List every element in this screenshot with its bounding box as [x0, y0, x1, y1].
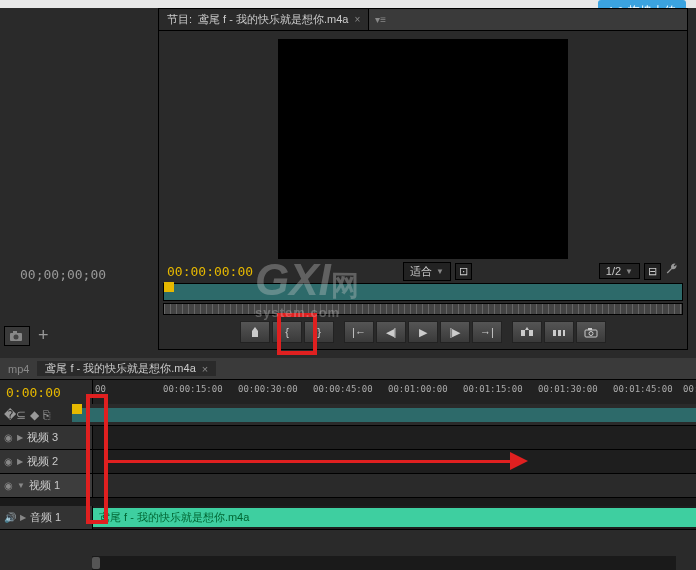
video-preview[interactable] [278, 39, 568, 259]
source-panel: 00;00;00;00 + [0, 8, 158, 350]
program-tab-bar: 节目: 鸢尾 f - 我的快乐就是想你.m4a × ▾≡ [159, 9, 687, 31]
fit-dropdown[interactable]: 适合▼ [403, 262, 451, 281]
track-audio-1: 🔊▶音频 1 鸢尾 f - 我的快乐就是想你.m4a [0, 506, 696, 530]
ruler-tick: 00:00:45:00 [313, 384, 373, 394]
camera-icon[interactable] [4, 326, 30, 346]
playhead-marker[interactable] [164, 282, 174, 292]
track-body-v3[interactable] [92, 426, 696, 449]
quality-toggle[interactable]: ⊡ [455, 263, 472, 280]
lift-button[interactable] [512, 321, 542, 343]
ruler-tick: 00:01:00:00 [388, 384, 448, 394]
speaker-icon[interactable]: 🔊 [4, 512, 16, 523]
timeline-scrub[interactable] [72, 408, 696, 422]
timeline-tab-active[interactable]: 鸢尾 f - 我的快乐就是想你.m4a × [37, 361, 216, 376]
program-timecode: 00:00:00:00 [167, 264, 253, 279]
program-monitor: 节目: 鸢尾 f - 我的快乐就是想你.m4a × ▾≡ 00:00:00:00… [158, 8, 688, 350]
track-video-2: ◉▶视频 2 [0, 450, 696, 474]
program-scrub-bar[interactable] [163, 283, 683, 301]
wrench-icon[interactable] [665, 262, 679, 280]
track-body-a1[interactable]: 鸢尾 f - 我的快乐就是想你.m4a [92, 506, 696, 529]
svg-rect-10 [588, 328, 592, 330]
track-video-1: ◉▼视频 1 [0, 474, 696, 498]
ruler-tick: 00:02:00 [683, 384, 696, 394]
expand-icon[interactable]: ▶ [20, 513, 26, 522]
timecode-row: 00:00:00:00 适合▼ ⊡ 1/2▼ ⊟ [159, 261, 687, 281]
close-icon[interactable]: × [354, 14, 360, 25]
svg-rect-4 [529, 330, 533, 336]
ruler-tick: 00:00:15:00 [163, 384, 223, 394]
play-button[interactable]: ▶ [408, 321, 438, 343]
timeline-header: 0:00:00 00 00:00:15:00 00:00:30:00 00:00… [0, 380, 696, 404]
timeline-ruler[interactable]: 00 00:00:15:00 00:00:30:00 00:00:45:00 0… [92, 380, 696, 404]
timeline-h-scrollbar[interactable] [92, 556, 676, 570]
eye-icon[interactable]: ◉ [4, 456, 13, 467]
mark-out-button[interactable]: } [304, 321, 334, 343]
go-to-in-button[interactable]: |← [344, 321, 374, 343]
program-tab-file: 鸢尾 f - 我的快乐就是想你.m4a [198, 12, 348, 27]
add-button[interactable]: + [38, 325, 49, 346]
track-body-v2[interactable] [92, 450, 696, 473]
timeline-timecode: 0:00:00 [0, 385, 92, 400]
track-video-3: ◉▶视频 3 [0, 426, 696, 450]
expand-icon[interactable]: ▶ [17, 433, 23, 442]
ruler-tick: 00:00:30:00 [238, 384, 298, 394]
source-timecode: 00;00;00;00 [20, 267, 106, 282]
ruler-tick: 00:01:30:00 [538, 384, 598, 394]
extract-button[interactable] [544, 321, 574, 343]
scrollbar-thumb[interactable] [92, 557, 100, 569]
mark-in-button[interactable]: { [272, 321, 302, 343]
snap-icon[interactable]: �⊆ [4, 408, 26, 422]
timeline-tab-mp4[interactable]: mp4 [0, 363, 37, 375]
window-titlebar [0, 0, 696, 8]
timeline-playhead[interactable] [72, 404, 82, 414]
transport-controls: { } |← ◀| ▶ |▶ →| [159, 319, 687, 345]
marker-icon[interactable]: ◆ [30, 408, 39, 422]
svg-rect-5 [553, 330, 556, 336]
zoom-dropdown[interactable]: 1/2▼ [599, 263, 640, 279]
svg-rect-7 [563, 330, 565, 336]
track-body-v1[interactable] [92, 474, 696, 497]
ruler-tick: 00:01:15:00 [463, 384, 523, 394]
export-frame-button[interactable] [576, 321, 606, 343]
timeline-tools-row: �⊆ ◆ ⎘ [0, 404, 696, 426]
timeline-panel: mp4 鸢尾 f - 我的快乐就是想你.m4a × 0:00:00 00 00:… [0, 358, 696, 570]
svg-rect-3 [521, 330, 525, 336]
svg-rect-6 [558, 330, 561, 336]
expand-icon[interactable]: ▶ [17, 457, 23, 466]
panel-menu-icon[interactable]: ▾≡ [369, 14, 392, 25]
add-marker-button[interactable] [240, 321, 270, 343]
chevron-down-icon: ▼ [436, 267, 444, 276]
track-head-v2[interactable]: ◉▶视频 2 [0, 450, 92, 473]
ruler-tick: 00 [95, 384, 106, 394]
eye-icon[interactable]: ◉ [4, 480, 13, 491]
svg-point-1 [14, 334, 19, 339]
output-toggle[interactable]: ⊟ [644, 263, 661, 280]
track-head-v1[interactable]: ◉▼视频 1 [0, 474, 92, 497]
program-tab[interactable]: 节目: 鸢尾 f - 我的快乐就是想你.m4a × [159, 9, 369, 30]
program-tab-prefix: 节目: [167, 12, 192, 27]
svg-rect-2 [13, 331, 17, 334]
go-to-out-button[interactable]: →| [472, 321, 502, 343]
program-zoom-ruler[interactable] [163, 303, 683, 315]
chevron-down-icon: ▼ [625, 267, 633, 276]
track-head-v3[interactable]: ◉▶视频 3 [0, 426, 92, 449]
step-forward-button[interactable]: |▶ [440, 321, 470, 343]
svg-point-9 [589, 331, 593, 335]
audio-clip[interactable]: 鸢尾 f - 我的快乐就是想你.m4a [93, 508, 696, 527]
close-icon[interactable]: × [202, 363, 208, 375]
eye-icon[interactable]: ◉ [4, 432, 13, 443]
step-back-button[interactable]: ◀| [376, 321, 406, 343]
timeline-tabs: mp4 鸢尾 f - 我的快乐就是想你.m4a × [0, 358, 696, 380]
track-head-a1[interactable]: 🔊▶音频 1 [0, 506, 92, 529]
collapse-icon[interactable]: ▼ [17, 481, 25, 490]
link-icon[interactable]: ⎘ [43, 408, 50, 422]
ruler-tick: 00:01:45:00 [613, 384, 673, 394]
